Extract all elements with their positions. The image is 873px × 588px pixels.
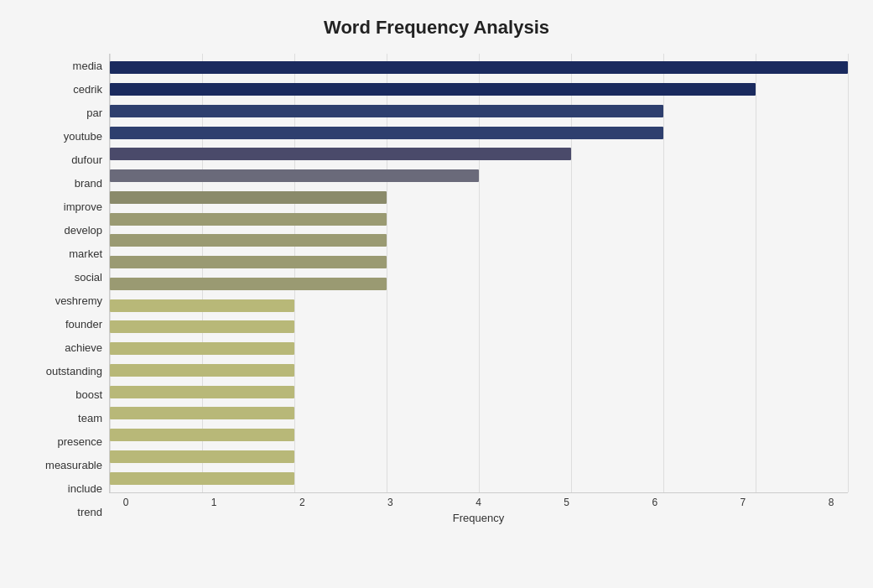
bar (110, 169, 479, 182)
bars-area (109, 54, 848, 493)
bar (110, 234, 387, 247)
bar-row (110, 338, 848, 360)
x-tick-label: 0 (109, 497, 143, 508)
bar-row (110, 79, 848, 101)
bar-row (110, 294, 848, 316)
y-axis-label: youtube (64, 131, 102, 142)
bar-row (110, 273, 848, 295)
bar-row (110, 424, 848, 446)
x-tick-label: 1 (197, 497, 231, 508)
y-axis-label: presence (58, 436, 102, 447)
y-axis-label: boost (75, 389, 102, 400)
bar-row (110, 122, 848, 143)
bar-row (110, 165, 848, 187)
y-axis-labels: mediacedrikparyoutubedufourbrandimproved… (25, 54, 109, 524)
y-axis-label: outstanding (46, 366, 102, 377)
y-axis-label: social (75, 272, 102, 283)
y-axis-label: veshremy (55, 295, 102, 306)
x-tick-label: 6 (638, 497, 672, 508)
y-axis-label: team (78, 413, 102, 424)
bar-row (110, 316, 848, 338)
bar-row (110, 57, 848, 79)
y-axis-label: achieve (65, 342, 102, 353)
chart-container: Word Frequency Analysis mediacedrikparyo… (0, 0, 873, 588)
bar-row (110, 187, 848, 209)
chart-title: Word Frequency Analysis (25, 17, 848, 39)
x-tick-label: 2 (285, 497, 319, 508)
bar (110, 450, 294, 463)
bar (110, 342, 294, 355)
y-axis-label: cedrik (73, 84, 102, 95)
bar (110, 386, 294, 398)
bar (110, 256, 387, 268)
bar (110, 61, 848, 74)
bar (110, 320, 294, 333)
bar (110, 148, 571, 160)
bar (110, 213, 387, 226)
y-axis-label: par (86, 107, 102, 118)
bar-row (110, 143, 848, 165)
x-axis-title: Frequency (109, 512, 848, 524)
x-tick-label: 7 (726, 497, 760, 508)
bar (110, 472, 294, 485)
bar (110, 191, 387, 204)
x-tick-label: 4 (462, 497, 496, 508)
bar-row (110, 467, 848, 489)
y-axis-label: media (73, 60, 102, 71)
bars-and-xaxis: 012345678 Frequency (109, 54, 848, 524)
bar (110, 299, 294, 312)
bar (110, 127, 663, 139)
y-axis-label: improve (64, 201, 102, 212)
y-axis-label: dufour (71, 154, 102, 165)
bar-row (110, 360, 848, 382)
x-axis-labels: 012345678 (109, 493, 848, 508)
chart-area: mediacedrikparyoutubedufourbrandimproved… (25, 54, 848, 524)
bar-rows (110, 54, 848, 492)
y-axis-label: include (68, 483, 102, 494)
y-axis-label: develop (64, 225, 102, 236)
x-tick-label: 3 (373, 497, 407, 508)
bar-row (110, 403, 848, 424)
x-tick-label: 5 (550, 497, 584, 508)
y-axis-label: brand (75, 178, 102, 189)
bar (110, 105, 663, 117)
grid-line (848, 54, 849, 492)
x-tick-label: 8 (814, 497, 848, 508)
y-axis-label: trend (77, 507, 102, 518)
bar (110, 407, 294, 419)
bar (110, 364, 294, 377)
bar (110, 83, 756, 96)
bar (110, 429, 294, 441)
bar-row (110, 230, 848, 252)
y-axis-label: founder (65, 319, 102, 330)
bar-row (110, 381, 848, 403)
y-axis-label: measurable (45, 460, 102, 471)
bar (110, 278, 387, 290)
bar-row (110, 446, 848, 468)
y-axis-label: market (69, 248, 102, 259)
bar-row (110, 101, 848, 122)
bar-row (110, 252, 848, 273)
bar-row (110, 208, 848, 230)
